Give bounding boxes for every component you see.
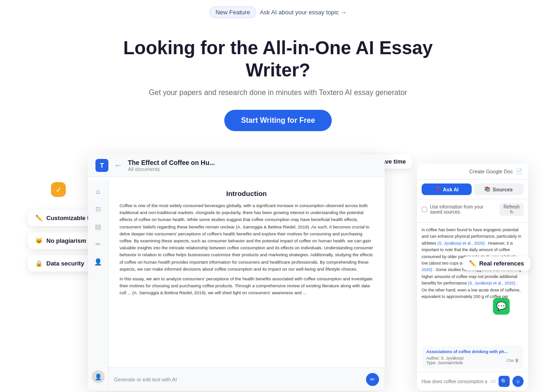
top-banner: New Feature Ask AI about your essay topi… bbox=[0, 0, 556, 23]
editor-window: T ← The Effect of Coffee on Hu... All do… bbox=[88, 154, 385, 391]
sidebar-user-icon[interactable]: 👤 bbox=[93, 256, 104, 267]
ai-search-button[interactable]: 🔍 bbox=[499, 376, 510, 387]
refresh-label: Refresh bbox=[504, 204, 520, 209]
create-google-doc-row: Create Google Doc 📄 bbox=[423, 168, 523, 175]
ai-chat-input[interactable] bbox=[422, 379, 487, 384]
doc-title: The Effect of Coffee on Hu... bbox=[128, 159, 215, 166]
use-saved-sources-row: Use information from your saved sources.… bbox=[422, 203, 524, 216]
content-para1: Coffee is one of the most widely consume… bbox=[120, 202, 373, 272]
sidebar-edit-icon[interactable]: ✏ bbox=[93, 239, 104, 250]
source-author: S. Jyväkorpi bbox=[441, 356, 464, 360]
citation-1[interactable]: (S. Jyväkorpi et al., 2020) bbox=[437, 241, 485, 246]
doc-subtitle: All documents bbox=[128, 166, 215, 172]
demo-area: ✓ ✏️ Customizable text 🐱 No plagiarism 🔒… bbox=[23, 154, 533, 392]
sources-tab-label: Sources bbox=[493, 187, 512, 192]
real-references-icon: ✏️ bbox=[469, 260, 476, 267]
source-card: Associations of coffee drinking with ph.… bbox=[422, 346, 524, 369]
editor-logo: T bbox=[95, 159, 108, 172]
sidebar-bookmark-icon[interactable]: ⊟ bbox=[93, 203, 104, 215]
ask-ai-link[interactable]: Ask AI about your essay topic → bbox=[260, 9, 347, 16]
content-para2: In this essay, we aim to analyze consume… bbox=[120, 275, 373, 297]
sources-icon: 📚 bbox=[484, 186, 491, 192]
new-feature-badge: New Feature bbox=[209, 6, 256, 18]
google-doc-icon: 📄 bbox=[516, 168, 523, 175]
editor-sidebar: ⌂ ⊟ ▤ ✏ 👤 👤 bbox=[88, 180, 108, 391]
cite-label: Cite bbox=[506, 358, 514, 363]
ai-page-count: 11/ bbox=[490, 379, 496, 384]
ai-tabs: ❓ Ask AI 📚 Sources bbox=[417, 180, 528, 199]
ai-input-area: 11/ 🔍 ☺ bbox=[417, 372, 528, 391]
green-chat-icon: 💬 bbox=[493, 298, 510, 315]
hero-title: Looking for the All-in-One AI Essay Writ… bbox=[116, 37, 440, 81]
search-icon: 🔍 bbox=[501, 379, 507, 385]
edit-pen-icon: ✏ bbox=[370, 376, 375, 383]
saved-sources-label: Use information from your saved sources. bbox=[430, 204, 497, 215]
citation-3[interactable]: (S. Jyväkorpi et al., 2020) bbox=[468, 281, 515, 285]
no-plagiarism-label: No plagiarism bbox=[46, 237, 86, 244]
data-security-icon: 🔒 bbox=[35, 260, 43, 267]
emoji-icon: ☺ bbox=[515, 379, 520, 384]
toolbar-generate-text: Generate or edit text with AI bbox=[114, 377, 362, 382]
ask-ai-tab-label: Ask AI bbox=[443, 187, 459, 192]
source-type: JournalArticle bbox=[438, 360, 463, 365]
source-type-label: Type: bbox=[426, 360, 438, 365]
editor-toolbar: Generate or edit text with AI ✏ bbox=[108, 367, 385, 391]
ai-panel-header: Create Google Doc 📄 bbox=[417, 164, 528, 180]
hero-section: Looking for the All-in-One AI Essay Writ… bbox=[0, 23, 556, 140]
tab-ask-ai[interactable]: ❓ Ask AI bbox=[422, 183, 472, 195]
source-title[interactable]: Associations of coffee drinking with ph.… bbox=[426, 349, 519, 354]
cite-icon: 🗑 bbox=[515, 358, 519, 363]
customizable-icon: ✏️ bbox=[35, 215, 43, 221]
toolbar-edit-button[interactable]: ✏ bbox=[366, 373, 379, 386]
saved-sources-checkbox[interactable] bbox=[422, 207, 427, 212]
chat-bubble-icon: 💬 bbox=[496, 301, 506, 311]
source-author-label: Author: bbox=[426, 356, 441, 360]
content-heading: Introduction bbox=[120, 190, 373, 197]
ask-ai-icon: ❓ bbox=[435, 186, 441, 192]
create-google-doc-label: Create Google Doc bbox=[469, 169, 513, 174]
check-badge-icon: ✓ bbox=[51, 182, 66, 197]
data-security-label: Data security bbox=[46, 260, 84, 267]
cite-button[interactable]: Cite 🗑 bbox=[506, 358, 519, 363]
refresh-icon: ↻ bbox=[510, 209, 513, 215]
ai-content: in coffee has been found to have ergogen… bbox=[417, 223, 528, 343]
source-meta: Author: S. Jyväkorpi Type: JournalArticl… bbox=[426, 356, 464, 365]
refresh-button[interactable]: Refresh ↻ bbox=[499, 203, 524, 216]
cta-button[interactable]: Start Writing for Free bbox=[224, 110, 332, 131]
real-references-label: ✏️ Real references bbox=[462, 256, 531, 271]
ai-panel: Create Google Doc 📄 ❓ Ask AI 📚 Sources U… bbox=[417, 164, 528, 391]
source-meta-row: Author: S. Jyväkorpi Type: JournalArticl… bbox=[426, 356, 519, 365]
sidebar-document-icon[interactable]: ▤ bbox=[93, 221, 104, 232]
editor-header: T ← The Effect of Coffee on Hu... All do… bbox=[88, 154, 385, 177]
back-button[interactable]: ← bbox=[114, 161, 122, 171]
tab-sources[interactable]: 📚 Sources bbox=[474, 183, 524, 195]
ai-sources-section: Use information from your saved sources.… bbox=[417, 199, 528, 223]
sidebar-avatar[interactable]: 👤 bbox=[92, 370, 105, 383]
hero-subtitle: Get your papers and research done in min… bbox=[9, 89, 547, 97]
real-references-text: Real references bbox=[479, 260, 524, 267]
sidebar-home-icon[interactable]: ⌂ bbox=[93, 186, 104, 197]
editor-content: Introduction Coffee is one of the most w… bbox=[108, 180, 385, 367]
ai-emoji-button[interactable]: ☺ bbox=[512, 376, 524, 387]
no-plagiarism-icon: 🐱 bbox=[35, 237, 43, 244]
